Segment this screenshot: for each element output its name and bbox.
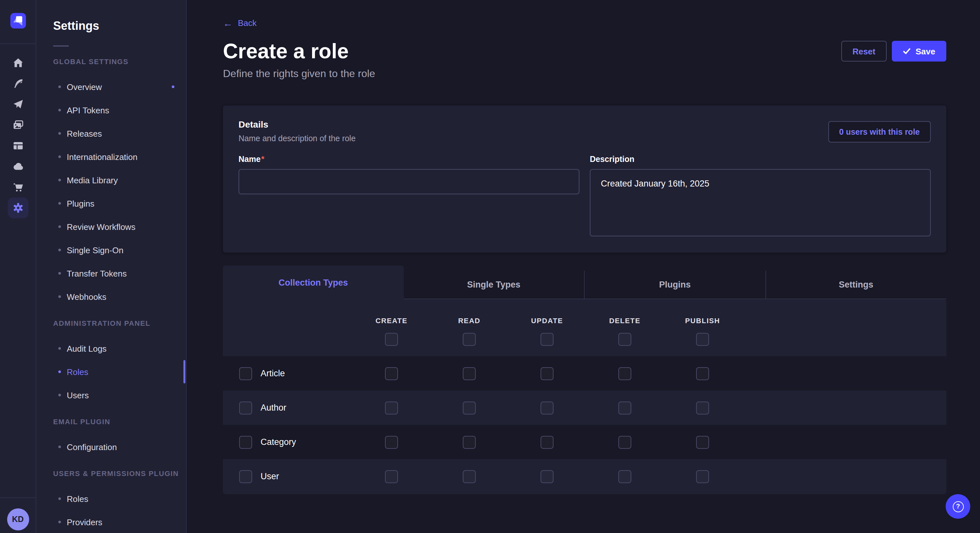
cloud-icon[interactable] — [8, 156, 28, 177]
table-row-user: User — [223, 459, 946, 493]
sidebar-item-media-library[interactable]: Media Library — [58, 168, 186, 192]
sidebar-item-plugins[interactable]: Plugins — [58, 192, 186, 215]
select-all-update-checkbox[interactable] — [541, 333, 554, 346]
sidebar-item-releases[interactable]: Releases — [58, 122, 186, 145]
column-check-cell — [508, 333, 586, 346]
author-delete-checkbox[interactable] — [618, 401, 631, 414]
sidebar-item-transfer-tokens[interactable]: Transfer Tokens — [58, 262, 186, 285]
table-row-category: Category — [223, 425, 946, 459]
select-row-author-checkbox[interactable] — [239, 401, 252, 414]
tab-settings[interactable]: Settings — [765, 271, 946, 299]
settings-sidebar-title: Settings — [53, 19, 186, 32]
cart-icon[interactable] — [8, 177, 28, 198]
sidebar-item-label: Users — [67, 390, 89, 400]
details-card: Details Name and description of the role… — [223, 106, 946, 252]
bullet-icon — [58, 249, 61, 251]
strapi-logo-icon — [10, 13, 25, 29]
bullet-icon — [58, 394, 61, 397]
sidebar-item-single-sign-on[interactable]: Single Sign-On — [58, 238, 186, 262]
column-check-cell — [586, 333, 664, 346]
permission-cell — [664, 401, 741, 414]
sidebar-item-overview[interactable]: Overview — [58, 75, 186, 98]
category-delete-checkbox[interactable] — [618, 436, 631, 449]
select-all-publish-checkbox[interactable] — [696, 333, 709, 346]
sidebar-item-label: Providers — [67, 517, 102, 527]
select-all-delete-checkbox[interactable] — [618, 333, 631, 346]
table-row-author: Author — [223, 390, 946, 425]
permission-cell — [353, 436, 430, 449]
sidebar-scrollbar-thumb[interactable] — [183, 360, 185, 383]
sidebar-item-roles[interactable]: Roles — [58, 487, 186, 510]
save-button[interactable]: Save — [891, 41, 946, 62]
sidebar-item-api-tokens[interactable]: API Tokens — [58, 98, 186, 122]
strapi-logo[interactable] — [10, 13, 25, 29]
help-button[interactable]: ? — [946, 494, 970, 519]
sidebar-item-review-workflows[interactable]: Review Workflows — [58, 215, 186, 238]
user-update-checkbox[interactable] — [541, 470, 554, 483]
permission-cell — [353, 470, 430, 483]
author-read-checkbox[interactable] — [463, 401, 476, 414]
reset-button[interactable]: Reset — [841, 41, 886, 62]
role-name-input[interactable] — [239, 169, 579, 194]
tab-single-types[interactable]: Single Types — [404, 271, 584, 299]
permission-cell — [508, 470, 586, 483]
sidebar-item-label: Releases — [67, 128, 102, 138]
author-publish-checkbox[interactable] — [696, 401, 709, 414]
category-publish-checkbox[interactable] — [696, 436, 709, 449]
sidebar-item-providers[interactable]: Providers — [58, 510, 186, 533]
permission-cell — [508, 367, 586, 380]
feather-icon[interactable] — [8, 73, 28, 94]
layout-icon[interactable] — [8, 135, 28, 156]
category-read-checkbox[interactable] — [463, 436, 476, 449]
details-title: Details — [239, 119, 355, 130]
strapi-admin-app: KD Settings GLOBAL SETTINGSOverviewAPI T… — [0, 0, 980, 533]
author-create-checkbox[interactable] — [385, 401, 398, 414]
select-all-read-checkbox[interactable] — [463, 333, 476, 346]
gear-icon[interactable] — [8, 198, 28, 218]
question-mark-icon: ? — [953, 501, 964, 512]
article-update-checkbox[interactable] — [541, 367, 554, 380]
select-all-create-checkbox[interactable] — [385, 333, 398, 346]
user-read-checkbox[interactable] — [463, 470, 476, 483]
role-description-textarea[interactable]: Created January 16th, 2025 — [590, 169, 931, 236]
permissions-rows: ArticleAuthorCategoryUser — [223, 356, 946, 493]
category-update-checkbox[interactable] — [541, 436, 554, 449]
user-avatar[interactable]: KD — [7, 508, 29, 530]
tab-collection-types[interactable]: Collection Types — [223, 265, 404, 299]
bullet-icon — [58, 109, 61, 111]
back-link[interactable]: ← Back — [223, 19, 257, 28]
check-icon — [902, 47, 910, 55]
sidebar-item-users[interactable]: Users — [58, 383, 186, 407]
article-read-checkbox[interactable] — [463, 367, 476, 380]
select-row-user-checkbox[interactable] — [239, 470, 252, 483]
sidebar-item-audit-logs[interactable]: Audit Logs — [58, 337, 186, 360]
sidebar-item-webhooks[interactable]: Webhooks — [58, 285, 186, 308]
category-create-checkbox[interactable] — [385, 436, 398, 449]
user-delete-checkbox[interactable] — [618, 470, 631, 483]
sidebar-item-label: Overview — [67, 82, 102, 92]
users-with-role-button[interactable]: 0 users with this role — [828, 121, 931, 143]
article-publish-checkbox[interactable] — [696, 367, 709, 380]
bullet-icon — [58, 295, 61, 298]
sidebar-item-configuration[interactable]: Configuration — [58, 435, 186, 458]
select-row-category-checkbox[interactable] — [239, 436, 252, 449]
article-delete-checkbox[interactable] — [618, 367, 631, 380]
paper-plane-icon[interactable] — [8, 94, 28, 115]
home-icon[interactable] — [8, 52, 28, 73]
column-header-create: CREATE — [353, 315, 430, 327]
bullet-icon — [58, 155, 61, 158]
user-publish-checkbox[interactable] — [696, 470, 709, 483]
author-update-checkbox[interactable] — [541, 401, 554, 414]
select-row-article-checkbox[interactable] — [239, 367, 252, 380]
nav-section-list: Audit LogsRolesUsers — [53, 337, 186, 407]
user-create-checkbox[interactable] — [385, 470, 398, 483]
required-asterisk: * — [261, 155, 264, 164]
permission-cell — [508, 401, 586, 414]
tab-plugins[interactable]: Plugins — [584, 271, 765, 299]
sidebar-item-roles[interactable]: Roles — [58, 360, 186, 383]
article-create-checkbox[interactable] — [385, 367, 398, 380]
sidebar-item-internationalization[interactable]: Internationalization — [58, 145, 186, 168]
column-check-cell — [430, 333, 508, 346]
column-header-read: READ — [430, 315, 508, 327]
media-library-icon[interactable] — [8, 115, 28, 135]
